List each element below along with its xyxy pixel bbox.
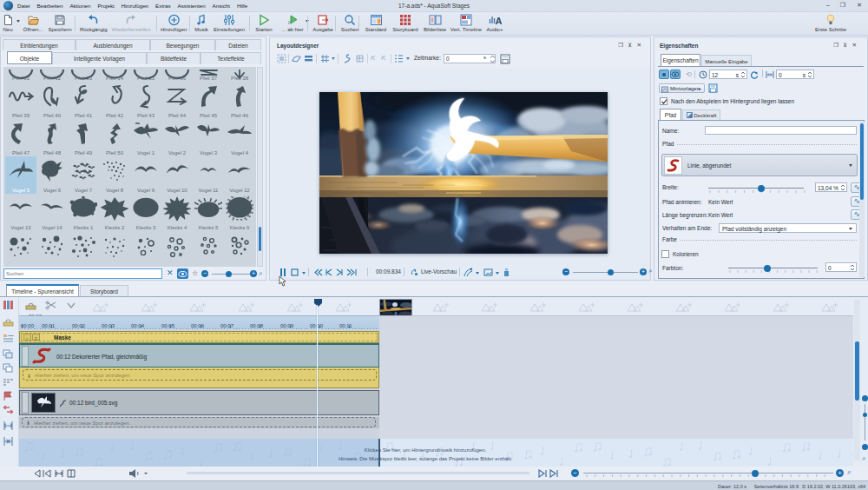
svg-text:A: A	[495, 16, 502, 26]
